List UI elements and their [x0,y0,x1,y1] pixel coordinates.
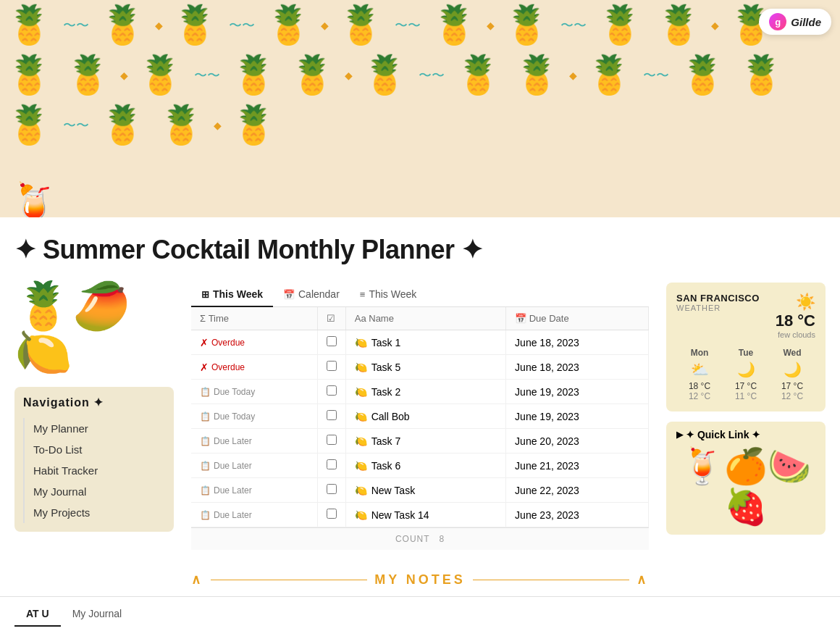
banner: 🍍 〜〜 🍍 ◆ 🍍 〜〜 🍍 ◆ 🍍 〜〜 🍍 ◆ 🍍 〜〜 🍍 🍍 ◆ 🍍 … [0,0,840,217]
task-checkbox-cell [317,429,345,454]
pineapple-icon: 🍍 [6,103,53,147]
forecast-day-label: Wed [769,348,815,358]
zigzag-icon: 〜〜 [194,67,220,84]
diamond-icon: ◆ [155,20,163,31]
task-checkbox[interactable] [327,361,337,371]
task-due-date: June 20, 2023 [506,429,649,454]
fruit-decoration: 🍍🥭🍋 [14,283,174,375]
status-badge: 📋 Due Later [200,461,308,471]
task-checkbox-cell [317,454,345,478]
task-status: 📋 Due Later [191,503,317,527]
banner-pattern: 🍍 〜〜 🍍 ◆ 🍍 〜〜 🍍 ◆ 🍍 〜〜 🍍 ◆ 🍍 〜〜 🍍 🍍 ◆ 🍍 … [0,0,840,217]
pineapple-icon: 🍍 [337,3,385,47]
tab-label: This Week [369,288,416,300]
quick-link-label: ✦ Quick Link ✦ [686,429,760,440]
status-badge: ✗ Overdue [200,362,308,373]
sidebar-item-label: Habit Tracker [33,464,98,477]
bottom-nav-at-u[interactable]: AT U [14,602,61,627]
task-icon: 🍋 [355,362,367,373]
sidebar-item-projects[interactable]: My Projects [25,502,165,523]
sidebar-item-habit[interactable]: Habit Tracker [25,460,165,481]
calendar-col-icon: 📅 [515,313,526,324]
expand-icon[interactable]: ▶ [676,430,683,440]
pineapple-icon: 🍍 [455,53,502,97]
col-checkbox: ☑ [317,307,345,330]
zigzag-icon: 〜〜 [229,17,255,34]
task-checkbox[interactable] [327,484,337,494]
sum-icon: Σ [200,313,206,324]
task-checkbox[interactable] [327,509,337,519]
zigzag-icon: 〜〜 [560,17,587,34]
task-name: 🍋 Task 6 [355,460,497,472]
navigation-section: Navigation ✦ My Planner To-Do List Habit… [14,387,174,532]
pineapple-icon: 🍍 [64,53,112,97]
task-icon: 🍋 [355,337,367,348]
task-table: Σ Time ☑ Aa Name 📅 Due Date [191,307,649,527]
sidebar-item-label: My Planner [33,422,88,435]
list-icon: ≡ [360,289,366,300]
forecast-weather-icon: 🌙 [723,361,769,378]
forecast-high: 18 °C [676,381,723,391]
count-row: COUNT 8 [191,527,649,550]
col-due-date: 📅 Due Date [506,307,649,330]
bottom-nav-journal[interactable]: My Journal [61,602,133,627]
check-icon: ☑ [327,313,335,324]
zigzag-icon: 〜〜 [395,17,421,34]
task-checkbox[interactable] [327,410,337,420]
table-row: 📋 Due Later 🍋 New Task June 22, 2023 [191,478,649,503]
zigzag-icon: 〜〜 [419,67,445,84]
pineapple-icon: 🍍 [738,53,785,97]
pineapple-icon: 🍍 [503,3,550,47]
diamond-icon: ◆ [120,70,128,81]
task-due-date: June 22, 2023 [506,478,649,503]
calendar-status-icon: 📋 [200,411,211,422]
gillde-logo[interactable]: g Gillde [759,9,831,35]
task-checkbox[interactable] [327,435,337,445]
task-status: ✗ Overdue [191,355,317,380]
bottom-nav: AT U My Journal [0,596,840,631]
calendar-status-icon: 📋 [200,461,211,471]
task-checkbox[interactable] [327,336,337,346]
task-status: 📋 Due Later [191,454,317,478]
task-label: Task 1 [371,337,400,348]
forecast-weather-icon: ⛅ [676,361,723,378]
task-name: 🍋 Task 2 [355,386,497,398]
sidebar-item-todo[interactable]: To-Do List [25,439,165,460]
status-badge: 📋 Due Later [200,485,308,496]
weather-header: SAN FRANCISCO WEATHER ☀️ 18 °C few cloud… [676,293,815,339]
tab-this-week-list[interactable]: ≡ This Week [350,283,427,307]
diamond-icon: ◆ [711,20,719,31]
left-sidebar: 🍍🥭🍋 Navigation ✦ My Planner To-Do List H… [14,283,174,543]
task-icon: 🍋 [355,386,367,398]
task-due-date: June 23, 2023 [506,503,649,527]
calendar-status-icon: 📋 [200,387,211,397]
forecast-day: Tue 🌙 17 °C 11 °C [723,348,769,401]
forecast-day: Mon ⛅ 18 °C 12 °C [676,348,723,401]
weather-forecast: Mon ⛅ 18 °C 12 °C Tue 🌙 17 °C 11 °C Wed … [676,348,815,401]
task-checkbox[interactable] [327,459,337,469]
diamond-icon: ◆ [345,70,353,81]
pineapple-icon: 🍍 [586,53,633,97]
task-icon: 🍋 [355,485,367,496]
status-badge: 📋 Due Later [200,510,308,520]
status-badge: 📋 Due Today [200,411,308,422]
grid-icon: ⊞ [201,289,209,300]
page-title: ✦ Summer Cocktail Monthly Planner ✦ [14,235,826,265]
forecast-high: 17 °C [769,381,815,391]
sidebar-item-planner[interactable]: My Planner [25,418,165,439]
diamond-icon: ◆ [321,20,329,31]
calendar-icon: 📅 [283,289,295,300]
task-name: 🍋 Call Bob [355,411,497,422]
task-status: 📋 Due Later [191,478,317,503]
task-checkbox[interactable] [327,385,337,396]
task-due-date: June 19, 2023 [506,404,649,429]
gillde-brand-name: Gillde [791,16,821,28]
sidebar-item-label: My Journal [33,485,86,498]
table-row: 📋 Due Today 🍋 Call Bob June 19, 2023 [191,404,649,429]
tab-this-week-grid[interactable]: ⊞ This Week [191,283,273,307]
quick-link-images: 🍹🍊🍉🍓 [676,446,815,527]
sidebar-item-journal[interactable]: My Journal [25,481,165,502]
forecast-day-label: Mon [676,348,723,358]
tab-calendar[interactable]: 📅 Calendar [273,283,350,307]
pineapple-icon: 🍍 [597,3,644,47]
